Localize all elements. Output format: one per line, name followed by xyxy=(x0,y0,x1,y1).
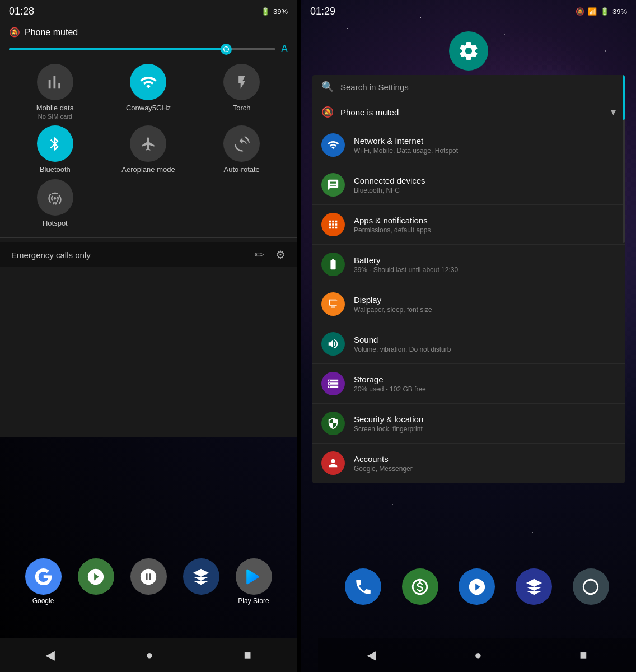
recents-button-right[interactable]: ■ xyxy=(579,648,587,662)
battery-subtitle: 39% - Should last until about 12:30 xyxy=(354,266,616,274)
bluetooth-label: Bluetooth xyxy=(40,165,71,174)
network-icon xyxy=(321,133,345,157)
wifi-icon xyxy=(130,64,166,100)
mute-icon: 🔕 xyxy=(9,27,20,38)
sound-subtitle: Volume, vibration, Do not disturb xyxy=(354,346,616,353)
panel-bottom-bar: Emergency calls only ✏ ⚙ xyxy=(0,242,297,267)
app-4-left[interactable] xyxy=(183,558,219,605)
aeroplane-icon xyxy=(130,125,166,162)
battery-title: Battery xyxy=(354,255,616,265)
playstore-icon xyxy=(236,558,272,595)
battery-text-left: 39% xyxy=(273,7,288,16)
network-subtitle: Wi-Fi, Mobile, Data usage, Hotspot xyxy=(354,147,616,155)
app-2-left[interactable] xyxy=(78,558,114,605)
battery-status-icon: 🔋 xyxy=(600,7,609,16)
recents-button-left[interactable]: ■ xyxy=(244,648,251,662)
status-icons-right: 🔕 📶 🔋 39% xyxy=(576,7,627,16)
brightness-thumb xyxy=(221,44,232,55)
settings-item-apps[interactable]: Apps & notifications Permissions, defaul… xyxy=(312,205,625,245)
autorotate-icon xyxy=(223,125,260,162)
wifi-label: Conway5GHz xyxy=(126,104,171,112)
connected-subtitle: Bluetooth, NFC xyxy=(354,186,616,194)
battery-icon-left: 🔋 xyxy=(261,7,270,16)
display-title: Display xyxy=(354,295,616,305)
home-button-left[interactable]: ● xyxy=(146,648,153,662)
settings-item-storage[interactable]: Storage 20% used - 102 GB free xyxy=(312,364,625,404)
notification-shade: 01:28 🔋 39% 🔕 Phone muted A Mobile data xyxy=(0,0,297,437)
brightness-row[interactable]: A xyxy=(0,40,297,58)
app2-left-icon xyxy=(78,558,114,595)
apps-text: Apps & notifications Permissions, defaul… xyxy=(354,216,616,234)
settings-item-sound[interactable]: Sound Volume, vibration, Do not disturb xyxy=(312,324,625,364)
settings-item-security[interactable]: Security & location Screen lock, fingerp… xyxy=(312,404,625,444)
search-placeholder: Search in Settings xyxy=(340,82,409,92)
connected-devices-icon xyxy=(321,173,345,197)
mute-status-icon: 🔕 xyxy=(576,7,584,16)
security-icon xyxy=(321,412,345,435)
tile-bluetooth[interactable]: Bluetooth xyxy=(11,125,99,174)
tile-mobile-data[interactable]: Mobile data No SIM card xyxy=(11,64,99,120)
apps-subtitle: Permissions, default apps xyxy=(354,226,616,234)
app-google[interactable]: Google xyxy=(25,558,62,605)
status-bar-left: 01:28 🔋 39% xyxy=(0,0,297,22)
quick-tiles-grid: Mobile data No SIM card Conway5GHz Torch… xyxy=(0,58,297,233)
notification-bar: 🔕 Phone muted xyxy=(0,22,297,40)
sound-text: Sound Volume, vibration, Do not disturb xyxy=(354,335,616,353)
tile-torch[interactable]: Torch xyxy=(198,64,286,120)
edit-icon[interactable]: ✏ xyxy=(255,248,264,262)
google-label: Google xyxy=(32,597,54,605)
wifi-status-icon: 📶 xyxy=(588,7,597,16)
scrollbar-thumb xyxy=(623,75,625,120)
settings-item-accounts[interactable]: Accounts Google, Messenger xyxy=(312,444,625,483)
storage-subtitle: 20% used - 102 GB free xyxy=(354,385,616,393)
auto-brightness-icon[interactable]: A xyxy=(281,43,288,55)
settings-shortcut-icon[interactable]: ⚙ xyxy=(275,248,286,262)
accounts-title: Accounts xyxy=(354,454,616,464)
expand-icon: ▾ xyxy=(611,106,616,118)
network-text: Network & Internet Wi-Fi, Mobile, Data u… xyxy=(354,136,616,155)
battery-text: Battery 39% - Should last until about 12… xyxy=(354,255,616,274)
mobile-data-sublabel: No SIM card xyxy=(38,113,72,120)
sound-title: Sound xyxy=(354,335,616,344)
app-playstore[interactable]: Play Store xyxy=(236,558,272,605)
aeroplane-label: Aeroplane mode xyxy=(121,165,175,174)
settings-item-display[interactable]: Display Wallpaper, sleep, font size xyxy=(312,284,625,324)
security-text: Security & location Screen lock, fingerp… xyxy=(354,414,616,433)
torch-icon xyxy=(223,64,260,100)
settings-item-network[interactable]: Network & Internet Wi-Fi, Mobile, Data u… xyxy=(312,125,625,165)
app4-left-icon xyxy=(183,558,219,595)
autorotate-label: Auto-rotate xyxy=(224,165,260,174)
settings-notification[interactable]: 🔕 Phone is muted ▾ xyxy=(312,99,625,125)
display-text: Display Wallpaper, sleep, font size xyxy=(354,295,616,314)
bluetooth-icon xyxy=(37,125,73,162)
back-button-right[interactable]: ◀ xyxy=(367,648,376,662)
security-title: Security & location xyxy=(354,414,616,424)
display-subtitle: Wallpaper, sleep, font size xyxy=(354,306,616,314)
notification-text: Phone muted xyxy=(25,27,78,38)
apps-title: Apps & notifications xyxy=(354,216,616,225)
connected-title: Connected devices xyxy=(354,176,616,185)
tile-aeroplane[interactable]: Aeroplane mode xyxy=(105,125,193,174)
app-3-left[interactable] xyxy=(130,558,167,605)
nav-bar-left: ◀ ● ■ xyxy=(0,638,297,672)
network-title: Network & Internet xyxy=(354,136,616,146)
brightness-fill xyxy=(9,48,227,50)
display-icon xyxy=(321,292,345,316)
tile-hotspot[interactable]: Hotspot xyxy=(11,179,99,227)
tile-autorotate[interactable]: Auto-rotate xyxy=(198,125,286,174)
settings-notification-text: Phone is muted xyxy=(340,108,604,117)
settings-item-battery[interactable]: Battery 39% - Should last until about 12… xyxy=(312,245,625,284)
accounts-subtitle: Google, Messenger xyxy=(354,465,616,473)
settings-scrollbar[interactable] xyxy=(623,75,625,243)
battery-pct-right: 39% xyxy=(612,7,627,16)
status-bar-right: 01:29 🔕 📶 🔋 39% xyxy=(301,0,636,22)
tile-wifi[interactable]: Conway5GHz xyxy=(105,64,193,120)
playstore-label: Play Store xyxy=(238,597,269,605)
time-left: 01:28 xyxy=(9,6,34,17)
settings-search-bar[interactable]: 🔍 Search in Settings xyxy=(312,75,625,99)
settings-item-connected[interactable]: Connected devices Bluetooth, NFC xyxy=(312,165,625,205)
home-button-right[interactable]: ● xyxy=(474,648,481,662)
storage-text: Storage 20% used - 102 GB free xyxy=(354,375,616,393)
brightness-slider[interactable] xyxy=(9,48,275,50)
back-button-left[interactable]: ◀ xyxy=(45,648,55,662)
